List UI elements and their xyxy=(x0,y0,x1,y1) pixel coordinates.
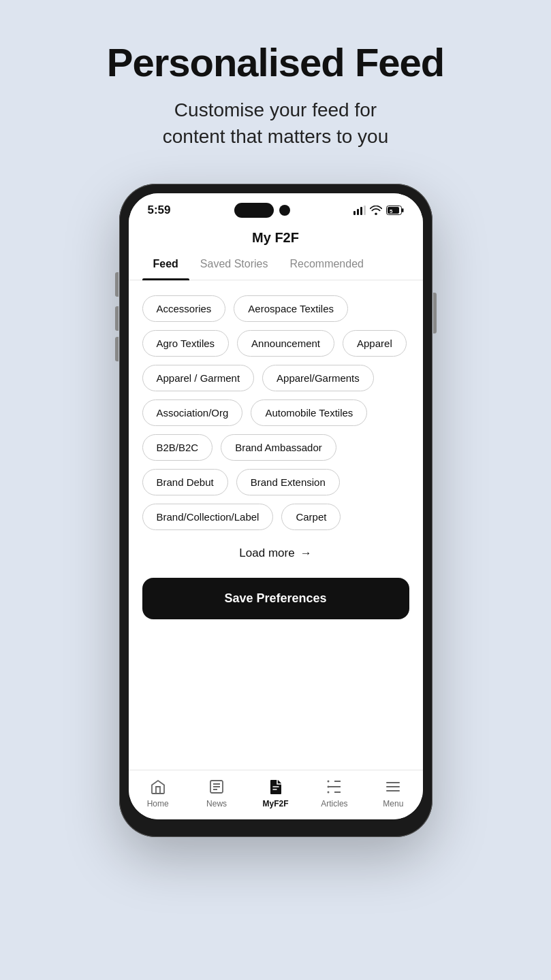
svg-point-9 xyxy=(327,781,329,783)
load-more-label: Load more xyxy=(239,546,294,560)
tag-item[interactable]: Carpet xyxy=(281,504,341,530)
tag-item[interactable]: Apparel xyxy=(343,330,407,357)
svg-rect-1 xyxy=(357,209,359,215)
bottom-nav: Home News xyxy=(129,770,423,819)
phone-screen: 5:59 xyxy=(129,193,423,819)
phone-mockup: 5:59 xyxy=(119,184,432,837)
nav-menu[interactable]: Menu xyxy=(364,777,422,808)
status-bar: 5:59 xyxy=(129,193,423,223)
save-preferences-wrapper: Save Preferences xyxy=(142,571,409,633)
status-right: 5 xyxy=(353,206,404,215)
nav-home[interactable]: Home xyxy=(129,777,187,808)
nav-home-label: Home xyxy=(147,799,169,808)
status-center xyxy=(234,203,290,218)
save-preferences-button[interactable]: Save Preferences xyxy=(142,578,409,619)
menu-icon xyxy=(383,777,403,796)
app-header: My F2F xyxy=(129,223,423,248)
status-time: 5:59 xyxy=(148,203,171,217)
nav-news-label: News xyxy=(206,799,227,808)
tabs-bar: Feed Saved Stories Recommended xyxy=(129,248,423,280)
page-subtitle: Customise your feed forcontent that matt… xyxy=(163,97,389,150)
tag-item[interactable]: Brand Ambassador xyxy=(221,434,336,461)
svg-rect-3 xyxy=(364,206,366,215)
tag-item[interactable]: Association/Org xyxy=(142,399,243,426)
nav-myf2f[interactable]: MyF2F xyxy=(246,777,304,808)
svg-point-11 xyxy=(327,791,329,794)
load-more-arrow: → xyxy=(300,546,312,560)
nav-news[interactable]: News xyxy=(187,777,246,808)
dynamic-island xyxy=(234,203,274,218)
tab-saved-stories[interactable]: Saved Stories xyxy=(189,248,279,280)
signal-icon xyxy=(353,206,366,215)
tag-item[interactable]: Brand Extension xyxy=(236,469,340,495)
tag-item[interactable]: Apparel/Garments xyxy=(262,365,374,391)
tag-item[interactable]: Brand Debut xyxy=(142,469,228,495)
content-area: AccessoriesAerospace TextilesAgro Textil… xyxy=(129,280,423,770)
nav-articles[interactable]: Articles xyxy=(305,777,364,808)
camera-dot xyxy=(279,205,290,216)
load-more-section: Load more → xyxy=(142,530,409,571)
svg-text:5: 5 xyxy=(390,208,393,214)
tag-item[interactable]: Aerospace Textiles xyxy=(234,295,348,322)
tags-container: AccessoriesAerospace TextilesAgro Textil… xyxy=(142,295,409,530)
tag-item[interactable]: Apparel / Garment xyxy=(142,365,255,391)
articles-icon xyxy=(325,777,344,796)
tab-feed[interactable]: Feed xyxy=(142,248,189,280)
tag-item[interactable]: Automobile Textiles xyxy=(251,399,367,426)
svg-rect-6 xyxy=(402,208,404,212)
svg-rect-2 xyxy=(360,207,362,215)
myf2f-icon xyxy=(266,777,285,796)
news-icon xyxy=(207,777,226,796)
app-title-label: My F2F xyxy=(252,230,299,245)
svg-rect-0 xyxy=(353,211,356,215)
tag-item[interactable]: Accessories xyxy=(142,295,226,322)
load-more-button[interactable]: Load more → xyxy=(239,546,311,560)
svg-point-10 xyxy=(327,786,329,788)
nav-articles-label: Articles xyxy=(321,799,347,808)
tag-item[interactable]: Agro Textiles xyxy=(142,330,230,357)
tab-recommended[interactable]: Recommended xyxy=(279,248,375,280)
battery-icon: 5 xyxy=(386,206,404,215)
home-icon xyxy=(148,777,168,796)
tag-item[interactable]: Announcement xyxy=(237,330,334,357)
nav-menu-label: Menu xyxy=(383,799,403,808)
tag-item[interactable]: B2B/B2C xyxy=(142,434,213,461)
page-title: Personalised Feed xyxy=(107,41,445,84)
nav-myf2f-label: MyF2F xyxy=(263,799,289,808)
wifi-icon xyxy=(370,206,382,215)
tag-item[interactable]: Brand/Collection/Label xyxy=(142,504,274,530)
